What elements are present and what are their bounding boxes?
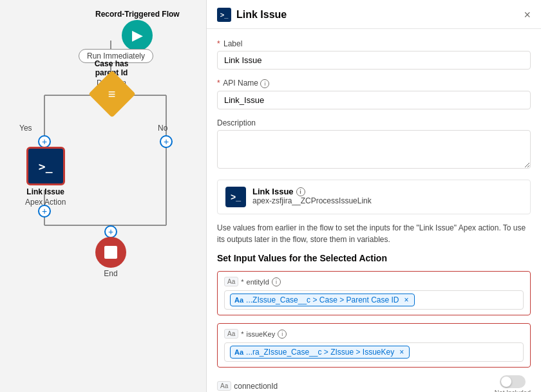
panel-header: >_ Link Issue × bbox=[207, 0, 541, 29]
issue-key-group[interactable]: Aa * issueKey i Aa ...ra_ZIssue_Case__c … bbox=[217, 323, 531, 368]
apex-box: >_ bbox=[26, 147, 65, 185]
label-field-label: * Label bbox=[217, 39, 531, 48]
issue-key-pill-close[interactable]: × bbox=[399, 348, 404, 357]
add-button-merge[interactable]: + bbox=[104, 225, 117, 238]
entity-id-pill-container[interactable]: Aa ...ZIssue_Case__c > Case > Parent Cas… bbox=[224, 290, 524, 310]
add-button-yes[interactable]: + bbox=[38, 135, 51, 148]
issue-key-pill-container[interactable]: Aa ...ra_ZIssue_Case__c > ZIssue > Issue… bbox=[224, 342, 524, 362]
entity-id-label: Aa * entityId i bbox=[224, 277, 524, 286]
end-node[interactable]: End bbox=[95, 237, 126, 278]
add-button-no[interactable]: + bbox=[160, 135, 173, 148]
connection-id-label: Aa connectionId bbox=[217, 381, 278, 391]
api-name-info-icon[interactable]: i bbox=[260, 79, 269, 88]
entity-id-pill[interactable]: Aa ...ZIssue_Case__c > Case > Parent Cas… bbox=[230, 294, 415, 306]
action-info-icon: >_ bbox=[225, 187, 246, 207]
decision-node[interactable]: Case has parent Id Decision ≡ bbox=[95, 77, 129, 111]
panel-title: Link Issue bbox=[236, 9, 287, 21]
issue-key-label: Aa * issueKey i bbox=[224, 329, 524, 339]
action-info-box: >_ Link Issue i apex-zsfjira__ZCProcessI… bbox=[217, 180, 531, 214]
section-title: Set Input Values for the Selected Action bbox=[217, 253, 531, 263]
api-name-label: * API Name i bbox=[217, 79, 531, 88]
label-group: * Label bbox=[217, 39, 531, 70]
description-group: Description bbox=[217, 118, 531, 171]
yes-label: Yes bbox=[19, 124, 32, 133]
api-name-group: * API Name i bbox=[217, 79, 531, 109]
connection-id-row: Aa connectionId Not Included bbox=[217, 375, 531, 392]
apex-action-node[interactable]: >_ Link Issue Apex Action bbox=[25, 147, 66, 207]
connection-toggle[interactable] bbox=[500, 375, 526, 388]
add-button-below-apex[interactable]: + bbox=[38, 205, 51, 218]
issue-key-pill[interactable]: Aa ...ra_ZIssue_Case__c > ZIssue > Issue… bbox=[230, 346, 410, 359]
description-textarea[interactable] bbox=[217, 130, 531, 169]
entity-id-group[interactable]: Aa * entityId i Aa ...ZIssue_Case__c > C… bbox=[217, 271, 531, 315]
flow-canvas: Record-Triggered Flow ▶ Start Run Immedi… bbox=[0, 0, 206, 392]
api-name-input[interactable] bbox=[217, 91, 531, 109]
toggle-right: Not Included bbox=[495, 375, 531, 392]
helper-text: Use values from earlier in the flow to s… bbox=[217, 222, 531, 245]
start-circle: ▶ bbox=[122, 20, 153, 51]
panel-body: * Label * API Name i Description >_ Link bbox=[207, 29, 541, 392]
panel-header-left: >_ Link Issue bbox=[217, 8, 287, 22]
right-panel: >_ Link Issue × * Label * API Name i Des… bbox=[206, 0, 541, 392]
panel-apex-icon: >_ bbox=[217, 8, 231, 22]
action-info-icon-btn[interactable]: i bbox=[296, 187, 305, 196]
issue-key-info-icon[interactable]: i bbox=[278, 330, 287, 339]
no-label: No bbox=[158, 124, 167, 133]
description-label: Description bbox=[217, 118, 531, 127]
end-circle bbox=[95, 237, 126, 268]
entity-id-info-icon[interactable]: i bbox=[272, 277, 281, 286]
action-info-text: Link Issue i apex-zsfjira__ZCProcessIssu… bbox=[252, 187, 372, 205]
entity-id-pill-close[interactable]: × bbox=[404, 295, 409, 304]
close-button[interactable]: × bbox=[524, 9, 531, 21]
label-input[interactable] bbox=[217, 51, 531, 70]
